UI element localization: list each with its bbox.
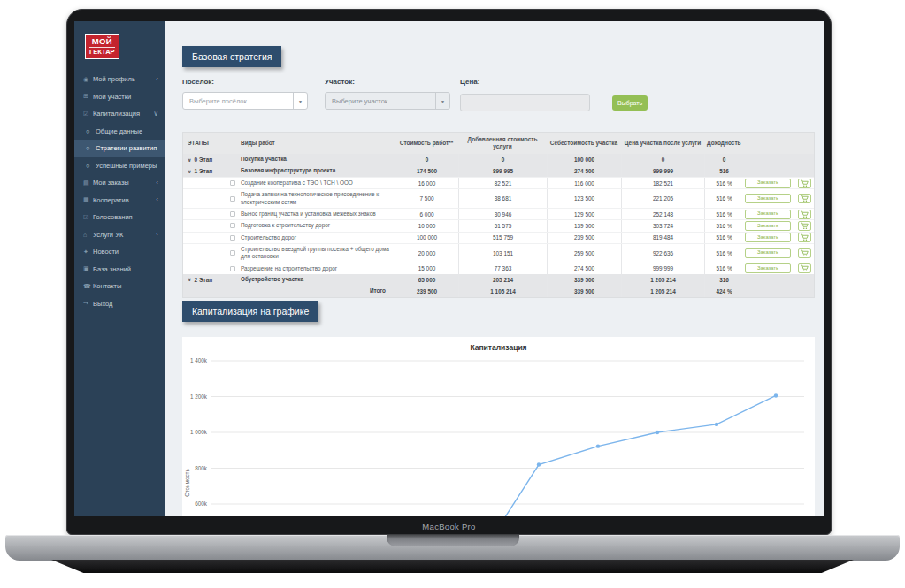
order-button[interactable]: Заказать: [745, 233, 791, 242]
voting-icon: ☑: [83, 214, 93, 221]
sidebar-item-development-strategies[interactable]: ○ Стратегии развития: [74, 140, 165, 157]
chevron-left-icon: ‹: [156, 76, 158, 83]
page-title: Базовая стратегия: [182, 46, 281, 67]
laptop-underside: [51, 560, 854, 573]
svg-text:600k: 600k: [195, 500, 208, 507]
radio-icon: ○: [86, 127, 96, 135]
village-label: Посёлок:: [182, 78, 308, 86]
select-arrow-icon: ▾: [293, 93, 307, 109]
cooperative-icon: ▦: [83, 196, 93, 203]
sidebar-item-profile[interactable]: ◉ Мой профиль ‹: [74, 71, 165, 88]
select-button[interactable]: Выбрать: [612, 95, 648, 111]
order-button[interactable]: Заказать: [745, 194, 791, 203]
work-row: Вынос границ участка и установка межевых…: [183, 208, 814, 219]
logo-line2: ГЕКТАР: [89, 47, 115, 56]
sidebar-item-plots[interactable]: ⊞ Мои участки: [74, 88, 165, 106]
sidebar-item-capitalization[interactable]: ☑ Капитализация ∨: [74, 105, 165, 123]
sidebar-item-logout[interactable]: ↪ Выход: [74, 295, 165, 313]
row-checkbox[interactable]: [230, 235, 235, 241]
laptop-mockup: МОЙ ГЕКТАР ◉ Мой профиль ‹ ⊞ Мои участки…: [0, 0, 905, 588]
cart-button[interactable]: [798, 263, 811, 273]
cart-button[interactable]: [798, 210, 811, 219]
cart-icon: [801, 249, 809, 257]
cart-button[interactable]: [798, 248, 811, 258]
plot-label: Участок:: [325, 78, 450, 86]
village-filter: Посёлок: Выберите посёлок ▾: [182, 78, 308, 110]
village-select[interactable]: Выберите посёлок ▾: [182, 92, 308, 110]
sidebar-item-success-examples[interactable]: ○ Успешные примеры: [74, 157, 165, 175]
sidebar-menu: ◉ Мой профиль ‹ ⊞ Мои участки ☑ Капитали…: [74, 71, 165, 312]
plot-select[interactable]: Выберите участок ▾: [325, 92, 450, 110]
laptop-deck: [5, 535, 900, 561]
stage-row: ∨0 Этап Покупка участка 0 0 100 000 0 0: [183, 154, 814, 165]
order-button[interactable]: Заказать: [745, 248, 791, 258]
cart-icon: [801, 195, 809, 202]
stage-toggle-icon[interactable]: ∨: [188, 277, 191, 282]
sidebar-item-voting[interactable]: ☑ Голосования: [74, 209, 165, 226]
sidebar-item-uk-services[interactable]: ⌂ Услуги УК ‹: [74, 226, 165, 244]
sidebar-item-orders[interactable]: ▤ Мои заказы ‹: [74, 174, 165, 192]
chevron-left-icon: ‹: [156, 231, 158, 238]
order-button[interactable]: Заказать: [745, 221, 791, 231]
user-icon: ◉: [83, 76, 93, 83]
cart-icon: [801, 264, 809, 272]
order-button[interactable]: Заказать: [745, 210, 791, 219]
macbook-label: MacBook Pro: [67, 522, 831, 531]
cart-icon: [801, 222, 809, 230]
sidebar: МОЙ ГЕКТАР ◉ Мой профиль ‹ ⊞ Мои участки…: [74, 21, 165, 516]
sidebar-item-knowledge-base[interactable]: ▣ База знаний: [74, 261, 165, 279]
work-row: Подача заявки на технологическое присоед…: [183, 188, 814, 208]
price-input[interactable]: [460, 94, 590, 111]
row-checkbox[interactable]: [230, 180, 235, 186]
svg-text:1 400k: 1 400k: [190, 357, 208, 363]
table-header: ЭТАПЫ Виды работ Стоимость работ** Добав…: [183, 133, 814, 154]
select-arrow-icon: ▾: [435, 93, 449, 109]
cart-button[interactable]: [798, 179, 811, 188]
svg-text:800k: 800k: [195, 465, 208, 471]
sidebar-item-cooperative[interactable]: ▦ Кооператив ‹: [74, 192, 165, 210]
knowledge-icon: ▣: [83, 265, 93, 272]
price-label: Цена:: [460, 78, 590, 86]
chart-card: 1 400k1 200k1 000k800k600kСтоимость Капи…: [182, 337, 815, 516]
sidebar-item-contacts[interactable]: ☎ Контакты: [74, 278, 165, 295]
chart-title: Капитализация: [182, 343, 815, 352]
logo: МОЙ ГЕКТАР: [85, 34, 119, 59]
row-checkbox[interactable]: [230, 223, 235, 228]
radio-icon: ○: [86, 162, 96, 170]
chevron-down-icon: ∨: [153, 111, 158, 118]
row-checkbox[interactable]: [230, 196, 235, 202]
svg-text:Стоимость: Стоимость: [184, 469, 190, 497]
row-checkbox[interactable]: [230, 266, 235, 271]
stage-toggle-icon[interactable]: ∨: [188, 157, 191, 163]
row-checkbox[interactable]: [230, 211, 235, 217]
cart-button[interactable]: [798, 221, 811, 231]
work-row: Подготовка к строительству дорог 10 000 …: [183, 219, 814, 231]
cart-icon: [801, 179, 809, 187]
row-checkbox[interactable]: [230, 250, 235, 256]
stage-toggle-icon[interactable]: ∨: [188, 169, 191, 174]
work-row: Строительство въездной группы поселка + …: [183, 243, 814, 263]
svg-text:1 000k: 1 000k: [190, 429, 208, 435]
cart-icon: [801, 210, 809, 218]
total-row: Итого 239 500 1 105 214 339 500 1 205 21…: [183, 286, 814, 297]
cart-button[interactable]: [798, 233, 811, 242]
chevron-left-icon: ‹: [156, 179, 158, 187]
capitalization-icon: ☑: [83, 111, 93, 118]
app-screen: МОЙ ГЕКТАР ◉ Мой профиль ‹ ⊞ Мои участки…: [74, 21, 824, 516]
sidebar-item-general-data[interactable]: ○ Общие данные: [74, 123, 165, 141]
sidebar-item-news[interactable]: ✦ Новости: [74, 243, 165, 261]
work-row: Разрешение на строительство дорог 15 000…: [183, 263, 814, 274]
radio-icon: ○: [86, 144, 96, 152]
cart-icon: [801, 233, 809, 241]
order-button[interactable]: Заказать: [745, 179, 791, 188]
order-button[interactable]: Заказать: [745, 263, 791, 273]
cart-button[interactable]: [798, 194, 811, 203]
plots-icon: ⊞: [83, 93, 93, 100]
chevron-left-icon: ‹: [156, 196, 158, 203]
capitalization-chart: 1 400k1 200k1 000k800k600kСтоимость: [182, 337, 815, 516]
work-row: Строительство дорог 100 000 515 759 239 …: [183, 232, 814, 243]
price-filter: Цена:: [460, 78, 590, 111]
logout-icon: ↪: [83, 300, 93, 307]
laptop-screen-bezel: МОЙ ГЕКТАР ◉ Мой профиль ‹ ⊞ Мои участки…: [66, 9, 832, 535]
news-icon: ✦: [83, 248, 93, 256]
